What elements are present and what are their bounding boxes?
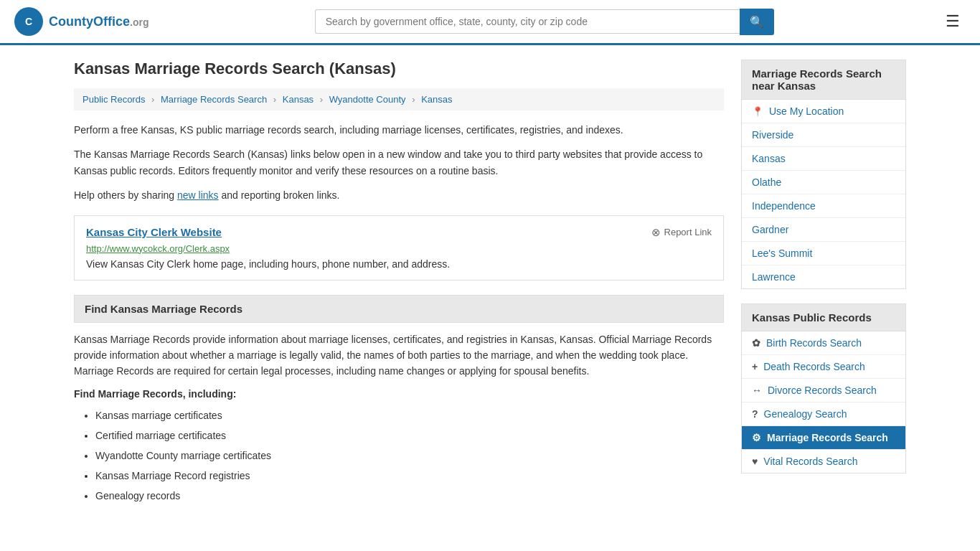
genealogy-icon: ?	[752, 408, 758, 420]
new-links-link[interactable]: new links	[177, 189, 219, 201]
public-records-link[interactable]: Vital Records Search	[763, 456, 857, 467]
sidebar-public-records-item[interactable]: +Death Records Search	[742, 355, 905, 379]
nearby-list: Use My LocationRiversideKansasOlatheInde…	[741, 100, 906, 289]
vital-icon: ♥	[752, 456, 758, 467]
sidebar-nearby-item[interactable]: Riverside	[742, 123, 905, 147]
breadcrumb-sep-1: ›	[151, 94, 154, 105]
nearby-section-header: Marriage Records Search near Kansas	[741, 60, 906, 100]
logo-icon: C	[14, 7, 43, 36]
nearby-city-link[interactable]: Gardner	[752, 224, 788, 235]
content-area: Kansas Marriage Records Search (Kansas) …	[74, 60, 724, 506]
intro-paragraph-1: Perform a free Kansas, KS public marriag…	[74, 122, 724, 138]
list-item: Wyandotte County marriage certificates	[95, 446, 724, 466]
pin-icon	[752, 105, 763, 117]
breadcrumb-sep-4: ›	[412, 94, 415, 105]
sidebar-nearby-item[interactable]: Lawrence	[742, 265, 905, 288]
logo-org: .org	[130, 17, 149, 28]
search-button[interactable]: 🔍	[740, 9, 774, 35]
public-records-link[interactable]: Genealogy Search	[764, 408, 847, 420]
sidebar-nearby-item[interactable]: Independence	[742, 194, 905, 218]
records-list: Kansas marriage certificatesCertified ma…	[95, 405, 724, 506]
sidebar-public-records-item[interactable]: ♥Vital Records Search	[742, 450, 905, 473]
sidebar-nearby-item[interactable]: Olathe	[742, 171, 905, 194]
sidebar-nearby-item[interactable]: Gardner	[742, 218, 905, 242]
breadcrumb-kansas[interactable]: Kansas	[283, 94, 314, 105]
breadcrumb-sep-2: ›	[273, 94, 276, 105]
nearby-city-link[interactable]: Kansas	[752, 153, 786, 164]
marriage-icon: ⚙	[752, 432, 761, 443]
sidebar-public-records-item[interactable]: ↔Divorce Records Search	[742, 379, 905, 402]
birth-icon: ✿	[752, 337, 760, 349]
sidebar-nearby-item[interactable]: Lee's Summit	[742, 242, 905, 265]
search-icon: 🔍	[750, 16, 764, 28]
death-icon: +	[752, 361, 758, 372]
hamburger-icon: ☰	[946, 12, 960, 30]
sidebar-nearby-item[interactable]: Use My Location	[742, 100, 905, 123]
public-records-link[interactable]: Marriage Records Search	[767, 432, 888, 443]
sidebar: Marriage Records Search near Kansas Use …	[741, 60, 906, 506]
report-link-label: Report Link	[664, 227, 712, 237]
intro-p3-pre: Help others by sharing	[74, 189, 177, 201]
public-records-section: Kansas Public Records ✿Birth Records Sea…	[741, 303, 906, 474]
svg-text:C: C	[25, 16, 32, 27]
sidebar-public-records-item[interactable]: ✿Birth Records Search	[742, 331, 905, 355]
page-title: Kansas Marriage Records Search (Kansas)	[74, 60, 724, 78]
list-item: Certified marriage certificates	[95, 425, 724, 446]
public-records-section-header: Kansas Public Records	[741, 303, 906, 331]
find-records-section-header: Find Kansas Marriage Records	[74, 295, 724, 323]
breadcrumb-sep-3: ›	[320, 94, 323, 105]
report-link-button[interactable]: Report Link	[651, 226, 712, 239]
public-records-link[interactable]: Birth Records Search	[766, 337, 862, 349]
sidebar-public-records-item[interactable]: ?Genealogy Search	[742, 402, 905, 426]
public-records-link[interactable]: Divorce Records Search	[768, 385, 877, 396]
resource-card: Kansas City Clerk Website Report Link ht…	[74, 215, 724, 281]
report-icon	[651, 226, 661, 239]
nearby-city-link[interactable]: Riverside	[752, 129, 793, 141]
intro-paragraph-2: The Kansas Marriage Records Search (Kans…	[74, 146, 724, 179]
list-item: Kansas marriage certificates	[95, 405, 724, 425]
logo-name: CountyOffice	[49, 14, 130, 29]
breadcrumb-kansas-city[interactable]: Kansas	[421, 94, 452, 105]
intro-p3-post: and reporting broken links.	[219, 189, 340, 201]
divorce-icon: ↔	[752, 385, 762, 396]
nearby-city-link[interactable]: Lee's Summit	[752, 248, 812, 259]
nearby-city-link[interactable]: Independence	[752, 200, 816, 212]
resource-title: Kansas City Clerk Website	[86, 226, 222, 238]
find-records-body: Kansas Marriage Records provide informat…	[74, 331, 724, 380]
public-records-link[interactable]: Death Records Search	[763, 361, 865, 372]
list-item: Genealogy records	[95, 486, 724, 506]
resource-header: Kansas City Clerk Website Report Link	[86, 226, 712, 239]
breadcrumb-public-records[interactable]: Public Records	[83, 94, 145, 105]
breadcrumb-wyandotte-county[interactable]: Wyandotte County	[329, 94, 406, 105]
list-item: Kansas Marriage Record registries	[95, 466, 724, 486]
nearby-heading: Marriage Records Search near Kansas	[752, 67, 882, 92]
resource-title-link[interactable]: Kansas City Clerk Website	[86, 226, 222, 238]
public-records-list: ✿Birth Records Search+Death Records Sear…	[741, 331, 906, 474]
site-header: C CountyOffice.org 🔍 ☰	[0, 0, 980, 45]
resource-description: View Kansas City Clerk home page, includ…	[86, 258, 712, 270]
main-container: Kansas Marriage Records Search (Kansas) …	[60, 45, 920, 520]
nearby-use-location-link[interactable]: Use My Location	[769, 105, 844, 117]
search-area: 🔍	[315, 9, 774, 35]
intro-paragraph-3: Help others by sharing new links and rep…	[74, 187, 724, 203]
nearby-city-link[interactable]: Olathe	[752, 176, 781, 188]
resource-url-link[interactable]: http://www.wycokck.org/Clerk.aspx	[86, 243, 712, 254]
find-records-subheading: Find Marriage Records, including:	[74, 388, 724, 400]
logo-text: CountyOffice.org	[49, 14, 149, 29]
logo[interactable]: C CountyOffice.org	[14, 7, 149, 36]
nearby-city-link[interactable]: Lawrence	[752, 271, 796, 283]
nearby-section: Marriage Records Search near Kansas Use …	[741, 60, 906, 289]
sidebar-nearby-item[interactable]: Kansas	[742, 147, 905, 171]
sidebar-public-records-item[interactable]: ⚙Marriage Records Search	[742, 426, 905, 450]
breadcrumb-marriage-records-search[interactable]: Marriage Records Search	[161, 94, 267, 105]
public-records-heading: Kansas Public Records	[752, 311, 872, 324]
menu-button[interactable]: ☰	[940, 9, 966, 34]
logo-svg: C	[19, 11, 39, 32]
breadcrumb: Public Records › Marriage Records Search…	[74, 88, 724, 110]
search-input[interactable]	[315, 9, 740, 34]
